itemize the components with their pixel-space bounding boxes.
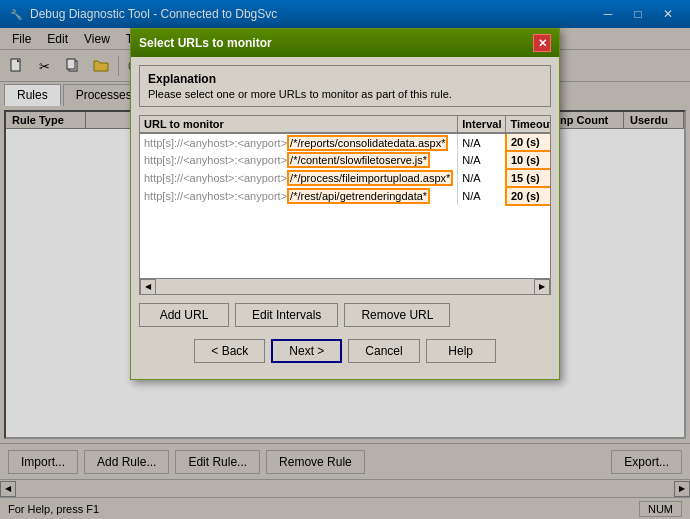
table-row[interactable]: http[s]://<anyhost>:<anyport>/*/content/… xyxy=(140,151,550,169)
url-table: URL to monitor Interval Timeout http[s]:… xyxy=(140,116,550,206)
timeout-cell: 20 (s) xyxy=(506,133,550,151)
table-row[interactable]: http[s]://<anyhost>:<anyport>/*/reports/… xyxy=(140,133,550,151)
table-row[interactable]: http[s]://<anyhost>:<anyport>/*/rest/api… xyxy=(140,187,550,205)
explanation-title: Explanation xyxy=(148,72,542,86)
modal-close-button[interactable]: ✕ xyxy=(533,34,551,52)
remove-url-button[interactable]: Remove URL xyxy=(344,303,450,327)
table-scroll-left[interactable]: ◀ xyxy=(140,279,156,295)
modal-title-bar: Select URLs to monitor ✕ xyxy=(131,29,559,57)
back-button[interactable]: < Back xyxy=(194,339,265,363)
url-table-wrapper: URL to monitor Interval Timeout http[s]:… xyxy=(139,115,551,295)
url-cell: http[s]://<anyhost>:<anyport>/*/reports/… xyxy=(140,133,458,151)
modal-title: Select URLs to monitor xyxy=(139,36,533,50)
modal-dialog: Select URLs to monitor ✕ Explanation Ple… xyxy=(130,28,560,380)
col-interval-header: Interval xyxy=(458,116,506,133)
add-url-button[interactable]: Add URL xyxy=(139,303,229,327)
interval-cell: N/A xyxy=(458,169,506,187)
col-timeout-header: Timeout xyxy=(506,116,550,133)
help-nav-button[interactable]: Help xyxy=(426,339,496,363)
edit-intervals-button[interactable]: Edit Intervals xyxy=(235,303,338,327)
url-cell: http[s]://<anyhost>:<anyport>/*/process/… xyxy=(140,169,458,187)
timeout-cell: 20 (s) xyxy=(506,187,550,205)
col-url-header: URL to monitor xyxy=(140,116,458,133)
explanation-text: Please select one or more URLs to monito… xyxy=(148,88,542,100)
table-scroll-track xyxy=(156,279,534,295)
nav-buttons: < Back Next > Cancel Help xyxy=(139,335,551,371)
timeout-cell: 15 (s) xyxy=(506,169,550,187)
interval-cell: N/A xyxy=(458,151,506,169)
url-cell: http[s]://<anyhost>:<anyport>/*/rest/api… xyxy=(140,187,458,205)
action-buttons: Add URL Edit Intervals Remove URL xyxy=(139,303,551,327)
table-scrollbar: ◀ ▶ xyxy=(140,278,550,294)
url-cell: http[s]://<anyhost>:<anyport>/*/content/… xyxy=(140,151,458,169)
interval-cell: N/A xyxy=(458,133,506,151)
modal-body: Explanation Please select one or more UR… xyxy=(131,57,559,379)
modal-overlay: Select URLs to monitor ✕ Explanation Ple… xyxy=(0,0,690,519)
timeout-cell: 10 (s) xyxy=(506,151,550,169)
next-button[interactable]: Next > xyxy=(271,339,342,363)
cancel-button[interactable]: Cancel xyxy=(348,339,419,363)
table-row[interactable]: http[s]://<anyhost>:<anyport>/*/process/… xyxy=(140,169,550,187)
explanation-box: Explanation Please select one or more UR… xyxy=(139,65,551,107)
interval-cell: N/A xyxy=(458,187,506,205)
table-scroll-right[interactable]: ▶ xyxy=(534,279,550,295)
